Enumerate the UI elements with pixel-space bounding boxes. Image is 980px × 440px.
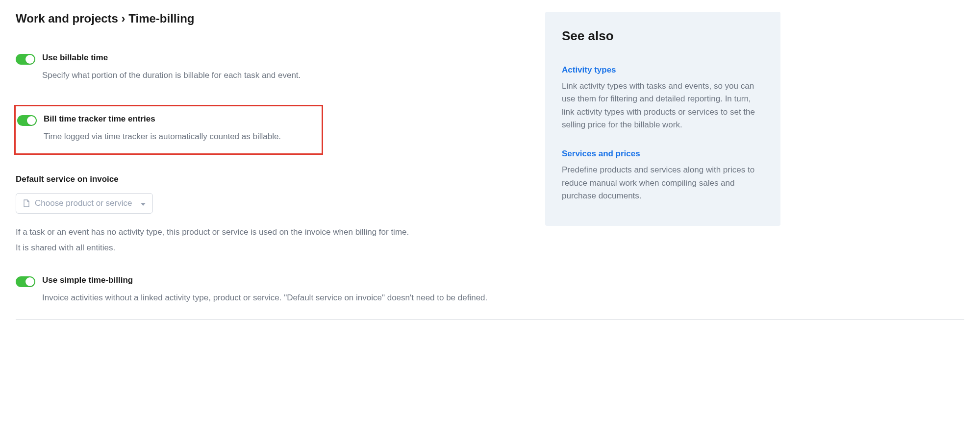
setting-desc: Specify what portion of the duration is … <box>42 70 526 81</box>
toggle-simple-time-billing[interactable] <box>16 276 35 287</box>
setting-text: Use billable time Specify what portion o… <box>42 53 526 81</box>
toggle-use-billable-time[interactable] <box>16 54 35 65</box>
toggle-knob <box>25 277 34 286</box>
sidebar-title: See also <box>562 28 764 44</box>
setting-desc: Time logged via time tracker is automati… <box>44 131 317 143</box>
divider <box>16 319 964 320</box>
main-column: Work and projects › Time-billing Use bil… <box>16 12 526 304</box>
sidebar-item-activity-types: Activity types Link activity types with … <box>562 65 764 131</box>
link-services-prices[interactable]: Services and prices <box>562 149 640 159</box>
setting-title: Use simple time-billing <box>42 275 526 285</box>
default-service-section: Default service on invoice Choose produc… <box>16 174 526 256</box>
link-activity-types[interactable]: Activity types <box>562 65 616 75</box>
setting-text: Use simple time-billing Invoice activiti… <box>42 275 526 304</box>
breadcrumb: Work and projects › Time-billing <box>16 12 526 25</box>
chevron-down-icon <box>141 199 146 208</box>
see-also-sidebar: See also Activity types Link activity ty… <box>545 12 780 226</box>
setting-use-billable-time: Use billable time Specify what portion o… <box>16 53 526 81</box>
setting-simple-time-billing: Use simple time-billing Invoice activiti… <box>16 275 526 304</box>
sidebar-item-services-prices: Services and prices Predefine products a… <box>562 149 764 202</box>
sidebar-desc: Link activity types with tasks and event… <box>562 80 764 131</box>
toggle-bill-time-tracker[interactable] <box>17 115 37 126</box>
settings-page: Work and projects › Time-billing Use bil… <box>16 12 780 304</box>
setting-title: Use billable time <box>42 53 526 63</box>
toggle-knob <box>25 55 34 64</box>
document-icon <box>23 199 30 207</box>
setting-text: Bill time tracker time entries Time logg… <box>44 114 317 143</box>
toggle-knob <box>27 116 36 125</box>
default-service-hint: If a task or an event has no activity ty… <box>16 224 526 256</box>
hint-line: It is shared with all entities. <box>16 240 526 256</box>
setting-bill-time-tracker: Bill time tracker time entries Time logg… <box>14 105 323 155</box>
toggle-wrap <box>16 275 35 287</box>
toggle-wrap <box>17 114 37 126</box>
default-service-select[interactable]: Choose product or service <box>16 193 153 214</box>
select-placeholder: Choose product or service <box>35 198 132 208</box>
toggle-wrap <box>16 53 35 65</box>
setting-desc: Invoice activities without a linked acti… <box>42 292 526 304</box>
setting-title: Bill time tracker time entries <box>44 114 317 124</box>
sidebar-desc: Predefine products and services along wi… <box>562 164 764 202</box>
default-service-label: Default service on invoice <box>16 174 526 184</box>
hint-line: If a task or an event has no activity ty… <box>16 224 526 240</box>
